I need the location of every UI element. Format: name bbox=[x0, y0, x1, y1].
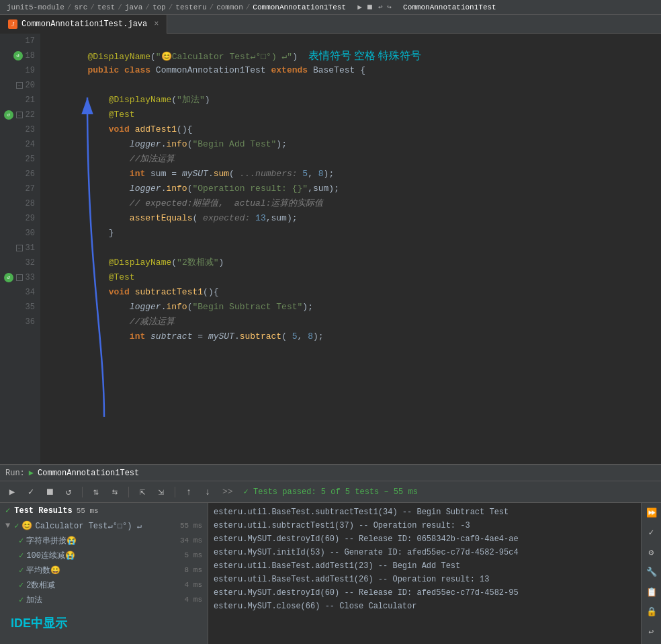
line-35: 35 bbox=[0, 300, 40, 315]
subtract-var: subtract = mySUT bbox=[150, 331, 234, 341]
breadcrumb-item[interactable]: junit5-module bbox=[7, 3, 64, 11]
sidebar-icon-3[interactable]: ⚙ bbox=[644, 545, 659, 560]
sidebar-icon-1[interactable]: ⏩ bbox=[644, 506, 659, 520]
line-number: 29 bbox=[26, 211, 35, 226]
test-item-child-2[interactable]: ✓ 100连续减😭 5 ms bbox=[0, 548, 208, 563]
sort-button[interactable]: ⇅ bbox=[89, 485, 103, 499]
prev-button[interactable]: ↑ bbox=[182, 485, 195, 499]
editor-wrapper: 17 ↺ 18 19 – 20 21 ↺ – bbox=[0, 34, 661, 464]
tab-name-right: CommonAnnotation1Test bbox=[403, 3, 496, 11]
brace-close: } bbox=[109, 228, 114, 238]
line-number: 33 bbox=[26, 270, 35, 285]
breadcrumb-item[interactable]: testeru bbox=[175, 3, 206, 11]
test-item-child-4[interactable]: ✓ 2数相减 4 ms bbox=[0, 577, 208, 592]
expand-button[interactable]: ⇱ bbox=[136, 485, 149, 499]
run-tab-name[interactable]: CommonAnnotation1Test bbox=[38, 469, 139, 478]
line-number: 17 bbox=[26, 34, 35, 48]
breadcrumb-item[interactable]: CommonAnnotation1Test bbox=[253, 3, 346, 11]
filter-button[interactable]: ⇆ bbox=[108, 485, 122, 499]
test-item-child-1[interactable]: ✓ 字符串拼接😭 34 ms bbox=[0, 533, 208, 548]
panel-toolbar: ▶ ✓ ⏹ ↺ ⇅ ⇆ ⇱ ⇲ ↑ ↓ >> ✓ Tests passed: 5… bbox=[0, 481, 661, 503]
breadcrumb-item[interactable]: common bbox=[216, 3, 243, 11]
line-number: 24 bbox=[26, 137, 35, 152]
test-results-header: ✓ Test Results 55 ms bbox=[0, 503, 208, 518]
test-item-parent[interactable]: ▼ ✓ 😊 Calculator Test↵°□°) ↵ 55 ms bbox=[0, 518, 208, 533]
check-icon-1: ✓ bbox=[19, 536, 24, 546]
paren: ( bbox=[229, 169, 240, 179]
line-number: 22 bbox=[26, 108, 35, 122]
string-op-result: "Operation result: {}" bbox=[193, 184, 308, 194]
sidebar-icon-4[interactable]: 🔧 bbox=[644, 565, 659, 580]
check-button[interactable]: ✓ bbox=[24, 485, 38, 499]
run-gutter-icon[interactable]: ↺ bbox=[4, 273, 13, 282]
annotation-test: @Test bbox=[109, 110, 135, 120]
test-results-title: Test Results bbox=[14, 506, 72, 516]
test-name-3: 平均数😀 bbox=[26, 565, 60, 576]
indent bbox=[87, 228, 108, 238]
close-tab-icon[interactable]: × bbox=[154, 19, 159, 29]
breadcrumb-bar: junit5-module / src / test / java / top … bbox=[0, 0, 661, 15]
sidebar-icon-6[interactable]: 🔒 bbox=[644, 605, 659, 620]
keyword-public: public bbox=[87, 65, 124, 75]
keyword-int: int bbox=[130, 169, 150, 179]
tab-commonannotation[interactable]: J CommonAnnotation1Test.java × bbox=[0, 15, 167, 34]
line-30: 30 bbox=[0, 226, 40, 241]
next-button[interactable]: ↓ bbox=[201, 485, 214, 499]
indent bbox=[87, 257, 108, 268]
rerun-failed-button[interactable]: ↺ bbox=[62, 485, 75, 499]
collapse-button[interactable]: ⇲ bbox=[155, 485, 168, 499]
breadcrumb-item[interactable]: top bbox=[152, 3, 166, 11]
line-26: 26 bbox=[0, 167, 40, 182]
code-line-17: @DisplayName("😊Calculator Test↵°□°) ↵") … bbox=[46, 34, 661, 48]
string-begin-subtract: "Begin Subtract Test" bbox=[193, 302, 303, 312]
base-class-name: BaseTest bbox=[313, 65, 360, 75]
line-number: 18 bbox=[26, 48, 35, 63]
right-sidebar: ⏩ ✓ ⚙ 🔧 📋 🔒 ↩ ↗ bbox=[641, 503, 661, 644]
log-line-8: esteru.MySUT.close(66) -- Close Calculat… bbox=[214, 600, 635, 613]
check-icon-2: ✓ bbox=[19, 551, 24, 561]
breadcrumb-item[interactable]: java bbox=[125, 3, 142, 11]
line-number: 35 bbox=[26, 300, 35, 315]
line-36: 36 bbox=[0, 315, 40, 329]
test-name-5: 加法 bbox=[26, 594, 42, 606]
run-gutter-icon[interactable]: ↺ bbox=[4, 110, 13, 120]
stop-button[interactable]: ⏹ bbox=[43, 485, 56, 499]
paren: ); bbox=[313, 331, 324, 341]
run-gutter-icon[interactable]: ↺ bbox=[13, 51, 23, 61]
log-line-1: esteru.util.BaseTest.subtractTest1(34) -… bbox=[214, 506, 635, 519]
code-line-20: @DisplayName("加法") bbox=[46, 78, 661, 93]
line-number: 21 bbox=[26, 93, 35, 108]
test-item-child-3[interactable]: ✓ 平均数😀 8 ms bbox=[0, 563, 208, 577]
keyword-class: class bbox=[124, 65, 156, 75]
breadcrumb-item[interactable]: test bbox=[97, 3, 115, 11]
separator-3 bbox=[175, 487, 175, 497]
breadcrumb-sep: / bbox=[145, 3, 150, 11]
fold-icon[interactable]: – bbox=[16, 274, 23, 281]
expand-icon: ▼ bbox=[5, 521, 10, 530]
line-21: 21 bbox=[0, 93, 40, 108]
fold-icon[interactable]: – bbox=[16, 112, 23, 118]
breadcrumb-item[interactable]: src bbox=[74, 3, 87, 11]
cn-annotation: 表情符号 空格 特殊符号 bbox=[308, 50, 422, 61]
test-time-4: 4 ms bbox=[185, 581, 202, 589]
test-item-child-5[interactable]: ✓ 加法 4 ms bbox=[0, 592, 208, 607]
sidebar-icon-5[interactable]: 📋 bbox=[644, 585, 659, 600]
fold-icon[interactable]: – bbox=[16, 82, 23, 89]
dot: . bbox=[208, 169, 214, 179]
line-34: 34 bbox=[0, 285, 40, 300]
check-icon-5: ✓ bbox=[19, 595, 24, 605]
editor-area: 17 ↺ 18 19 – 20 21 ↺ – bbox=[0, 34, 661, 464]
sidebar-icon-2[interactable]: ✓ bbox=[644, 526, 659, 540]
breadcrumb-sep: / bbox=[67, 3, 72, 11]
log-line-5: esteru.util.BaseTest.addTest1(23) -- Beg… bbox=[214, 559, 635, 573]
sidebar-icon-7[interactable]: ↩ bbox=[644, 625, 659, 639]
log-line-6: esteru.util.BaseTest.addTest1(26) -- Ope… bbox=[214, 573, 635, 586]
ide-label: IDE中显示 bbox=[0, 610, 208, 637]
paren: ( bbox=[187, 139, 193, 149]
indent bbox=[87, 331, 129, 341]
play-button[interactable]: ▶ bbox=[5, 485, 19, 499]
fold-icon[interactable]: – bbox=[16, 245, 23, 251]
more-button[interactable]: >> bbox=[222, 487, 233, 497]
code-content[interactable]: @DisplayName("😊Calculator Test↵°□°) ↵") … bbox=[40, 34, 661, 464]
indent bbox=[87, 139, 129, 149]
